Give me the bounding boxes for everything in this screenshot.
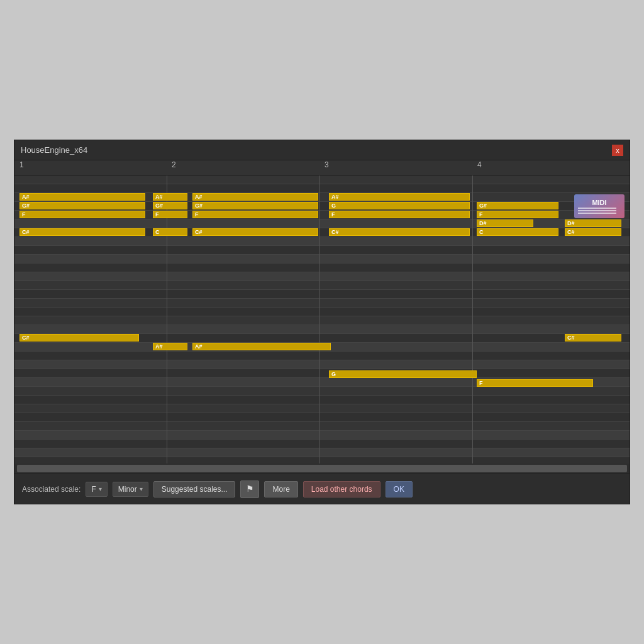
window-title: HouseEngine_x64	[21, 145, 87, 155]
more-button[interactable]: More	[264, 481, 297, 497]
note-block[interactable]: G	[329, 202, 470, 209]
grid-row	[14, 246, 630, 255]
grid-row	[14, 325, 630, 334]
note-block[interactable]: G#	[477, 202, 558, 209]
grid-row	[14, 404, 630, 413]
note-label: C#	[195, 229, 203, 235]
grid-row	[14, 457, 630, 464]
grid-row	[14, 431, 630, 440]
note-label: A#	[22, 194, 30, 200]
scale-key-value: F	[91, 485, 96, 494]
note-label: F	[22, 211, 26, 218]
scale-type-value: Minor	[118, 485, 137, 494]
note-block[interactable]: A#	[153, 343, 187, 350]
note-block[interactable]: F	[192, 211, 318, 218]
scale-label: Associated scale:	[22, 485, 80, 494]
note-block[interactable]: C	[477, 228, 558, 236]
note-label: A#	[195, 194, 203, 200]
grid-row	[14, 219, 630, 228]
close-button[interactable]: x	[612, 145, 623, 156]
grid-row	[14, 448, 630, 457]
main-window: HouseEngine_x64 x 1 2 3 4 A#A#A#A#G#G#G#…	[14, 140, 630, 504]
scale-type-select[interactable]: Minor ▾	[113, 482, 148, 497]
footer: Associated scale: F ▾ Minor ▾ Suggested …	[14, 474, 630, 504]
note-block[interactable]: C#	[19, 228, 145, 236]
note-label: A#	[155, 194, 163, 200]
grid-row	[14, 360, 630, 369]
note-label: D#	[567, 220, 575, 226]
note-block[interactable]: F	[19, 211, 145, 218]
note-block[interactable]: F	[477, 211, 558, 218]
note-label: D#	[479, 220, 487, 226]
grid-row	[14, 308, 630, 316]
load-chords-button[interactable]: Load other chords	[303, 481, 380, 497]
grid-row	[14, 272, 630, 281]
note-block[interactable]: A#	[192, 343, 331, 350]
ok-button[interactable]: OK	[386, 481, 413, 497]
grid-rows	[14, 175, 630, 464]
midi-line-3	[578, 213, 616, 214]
horizontal-scrollbar[interactable]	[17, 465, 627, 472]
note-block[interactable]: C#	[19, 334, 139, 341]
note-block[interactable]: G#	[192, 202, 318, 209]
note-label: G	[331, 203, 336, 209]
note-block[interactable]: C#	[192, 228, 318, 236]
note-block[interactable]: C#	[329, 228, 470, 236]
note-label: G#	[479, 203, 487, 209]
title-bar: HouseEngine_x64 x	[14, 140, 630, 160]
piano-roll-grid[interactable]: A#A#A#A#G#G#G#GG#FFFFFD#D#C#CC#C#CC#C#C#…	[14, 175, 630, 464]
note-label: A#	[331, 194, 339, 200]
note-block[interactable]: F	[153, 211, 187, 218]
note-label: C#	[22, 335, 30, 341]
grid-row	[14, 440, 630, 448]
grid-row	[14, 413, 630, 422]
note-block[interactable]: G#	[153, 202, 187, 209]
scale-key-chevron: ▾	[99, 486, 102, 492]
beat-3: 3	[325, 160, 329, 169]
beat-2: 2	[172, 160, 176, 169]
grid-row	[14, 290, 630, 299]
beat-4: 4	[477, 160, 482, 169]
grid-row	[14, 422, 630, 431]
note-label: G	[331, 371, 336, 377]
note-label: C#	[22, 229, 30, 235]
grid-row	[14, 184, 630, 193]
note-block[interactable]: D#	[477, 219, 533, 227]
note-label: G#	[22, 203, 30, 209]
note-block[interactable]: D#	[565, 219, 621, 227]
suggested-scales-button[interactable]: Suggested scales...	[153, 481, 236, 497]
note-block[interactable]: A#	[19, 193, 145, 201]
note-block[interactable]: C	[153, 228, 187, 236]
note-block[interactable]: G	[329, 370, 477, 378]
note-label: G#	[155, 203, 163, 209]
note-block[interactable]: A#	[192, 193, 318, 201]
note-label: C#	[567, 229, 575, 235]
note-block[interactable]: C#	[565, 334, 621, 341]
midi-line-2	[578, 210, 616, 211]
note-label: A#	[155, 343, 163, 350]
grid-row	[14, 352, 630, 360]
grid-row	[14, 264, 630, 272]
midi-label: MIDI	[592, 199, 606, 206]
grid-row	[14, 369, 630, 378]
note-block[interactable]: F	[477, 379, 593, 387]
grid-row	[14, 396, 630, 404]
grid-row	[14, 237, 630, 246]
note-block[interactable]: A#	[153, 193, 187, 201]
grid-row	[14, 281, 630, 290]
icon-symbol: ⚑	[246, 484, 254, 494]
midi-line-1	[578, 208, 616, 209]
note-block[interactable]: A#	[329, 193, 470, 201]
grid-row	[14, 175, 630, 184]
note-label: F	[479, 211, 483, 218]
note-block[interactable]: F	[329, 211, 470, 218]
note-block[interactable]: G#	[19, 202, 145, 209]
beat-header: 1 2 3 4	[14, 160, 630, 175]
note-label: F	[479, 380, 483, 386]
grid-row	[14, 255, 630, 264]
note-label: F	[195, 211, 199, 218]
note-block[interactable]: C#	[565, 228, 621, 236]
icon-action-button[interactable]: ⚑	[240, 480, 259, 498]
note-label: A#	[195, 343, 203, 350]
scale-key-select[interactable]: F ▾	[86, 482, 107, 497]
